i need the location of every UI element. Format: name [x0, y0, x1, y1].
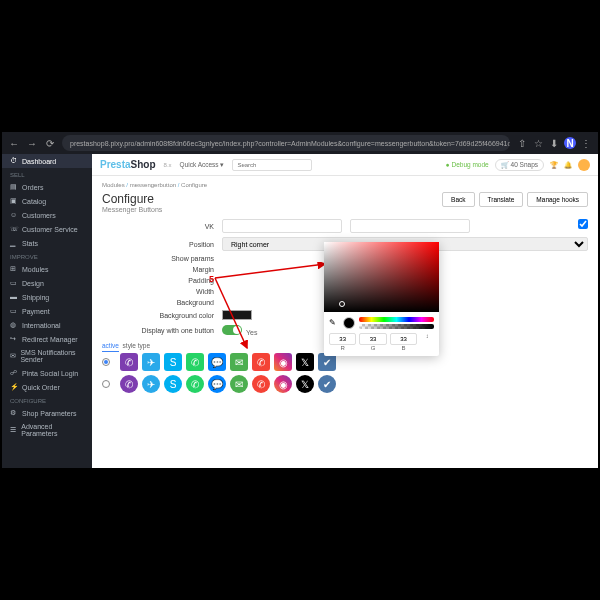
reload-icon[interactable]: ⟳	[44, 137, 56, 149]
sidebar-item-social[interactable]: ☍Pinta Social Login	[2, 366, 92, 380]
url-input[interactable]: prestashop8.pixy.pro/admin608f8fdn66ec3g…	[62, 135, 510, 151]
label-padding: Padding	[102, 277, 222, 284]
label-show-params: Show params	[102, 255, 222, 262]
back-icon[interactable]: ←	[8, 137, 20, 149]
bell-icon[interactable]: 🔔	[564, 161, 572, 169]
page-title: Configure	[102, 192, 162, 206]
vk-input-1[interactable]	[222, 219, 342, 233]
sidebar-item-dashboard[interactable]: ⏱Dashboard	[2, 154, 92, 168]
user-icon: ☺	[10, 211, 18, 219]
instagram-icon: ◉	[274, 353, 292, 371]
chart-icon: ▁	[10, 239, 18, 247]
avatar[interactable]	[578, 159, 590, 171]
back-button[interactable]: Back	[442, 192, 474, 207]
sidebar-item-stats[interactable]: ▁Stats	[2, 236, 92, 250]
sidebar-item-customer-service[interactable]: ☏Customer Service	[2, 222, 92, 236]
display-one-toggle[interactable]	[222, 325, 242, 335]
quick-access-dropdown[interactable]: Quick Access ▾	[180, 161, 225, 169]
app-topbar: PrestaShop 8.x Quick Access ▾ ● Debug mo…	[92, 154, 598, 176]
b-input[interactable]	[390, 333, 417, 345]
color-picker-saturation[interactable]	[324, 242, 439, 312]
label-background: Background	[102, 299, 222, 306]
sidebar-item-advanced[interactable]: ☰Advanced Parameters	[2, 420, 92, 440]
social-icon: ☍	[10, 369, 18, 377]
speedometer-icon: ⏱	[10, 157, 18, 165]
sms-icon: ✉	[10, 352, 16, 360]
toggle-yes-label: Yes	[246, 329, 257, 336]
label-width: Width	[102, 288, 222, 295]
globe-icon: ◍	[10, 321, 18, 329]
screen-icon: ▭	[10, 279, 18, 287]
browser-url-bar: ← → ⟳ prestashop8.pixy.pro/admin608f8fdn…	[2, 132, 598, 154]
r-label: R	[329, 345, 356, 351]
profile-badge[interactable]: N	[564, 137, 576, 149]
sidebar-item-customers[interactable]: ☺Customers	[2, 208, 92, 222]
version-label: 8.x	[164, 162, 172, 168]
sidebar-item-international[interactable]: ◍International	[2, 318, 92, 332]
g-label: G	[359, 345, 386, 351]
manage-hooks-button[interactable]: Manage hooks	[527, 192, 588, 207]
sv-cursor-icon[interactable]	[339, 301, 345, 307]
b-label: B	[390, 345, 417, 351]
eyedropper-icon[interactable]: ✎	[329, 318, 339, 328]
sidebar-item-modules[interactable]: ⊞Modules	[2, 262, 92, 276]
g-input[interactable]	[359, 333, 386, 345]
forward-icon[interactable]: →	[26, 137, 38, 149]
menu-icon[interactable]: ⋮	[580, 137, 592, 149]
tab-active[interactable]: active	[102, 342, 119, 352]
label-margin: Margin	[102, 266, 222, 273]
messenger-icon: 💬	[208, 375, 226, 393]
style-radio-2[interactable]	[102, 380, 110, 388]
whatsapp-icon: ✆	[186, 353, 204, 371]
color-picker-popover[interactable]: ✎ R G B ↕	[324, 242, 439, 356]
sidebar-item-shipping[interactable]: ▬Shipping	[2, 290, 92, 304]
tab-style-type[interactable]: style type	[123, 342, 150, 349]
search-input[interactable]	[232, 159, 312, 171]
background-color-swatch[interactable]	[222, 310, 252, 320]
annotation-number-5: 5	[209, 274, 214, 284]
sidebar-item-shop-parameters[interactable]: ⚙Shop Parameters	[2, 406, 92, 420]
share-icon[interactable]: ⇧	[516, 137, 528, 149]
sidebar-group-sell: SELL	[2, 168, 92, 180]
cart-icon: ▤	[10, 183, 18, 191]
sidebar-item-orders[interactable]: ▤Orders	[2, 180, 92, 194]
sidebar-item-sms[interactable]: ✉SMS Notifications Sender	[2, 346, 92, 366]
vk-input-2[interactable]	[350, 219, 470, 233]
snaps-button[interactable]: 🛒 40 Snaps	[495, 159, 544, 171]
alpha-slider[interactable]	[359, 324, 434, 329]
sidebar-item-catalog[interactable]: ▣Catalog	[2, 194, 92, 208]
gear-icon: ⚙	[10, 409, 18, 417]
telegram-icon: ✈	[142, 353, 160, 371]
label-position: Position	[102, 241, 222, 248]
debug-mode-badge[interactable]: ● Debug mode	[446, 161, 489, 168]
sidebar-item-design[interactable]: ▭Design	[2, 276, 92, 290]
hue-slider[interactable]	[359, 317, 434, 322]
star-icon[interactable]: ☆	[532, 137, 544, 149]
admin-sidebar: ⏱Dashboard SELL ▤Orders ▣Catalog ☺Custom…	[2, 154, 92, 468]
redirect-icon: ↪	[10, 335, 18, 343]
translate-button[interactable]: Translate	[479, 192, 524, 207]
sidebar-item-quick-order[interactable]: ⚡Quick Order	[2, 380, 92, 394]
vk-checkbox[interactable]	[578, 219, 588, 229]
sidebar-item-redirect[interactable]: ↪Redirect Manager	[2, 332, 92, 346]
bolt-icon: ⚡	[10, 383, 18, 391]
trophy-icon[interactable]: 🏆	[550, 161, 558, 169]
color-preview	[343, 317, 355, 329]
instagram-icon: ◉	[274, 375, 292, 393]
sliders-icon: ☰	[10, 426, 17, 434]
download-icon[interactable]: ⬇	[548, 137, 560, 149]
sidebar-item-payment[interactable]: ▭Payment	[2, 304, 92, 318]
prestashop-logo: PrestaShop	[100, 159, 156, 170]
x-icon: 𝕏	[296, 353, 314, 371]
color-mode-toggle[interactable]: ↕	[420, 333, 434, 345]
mail-icon: ✉	[230, 353, 248, 371]
puzzle-icon: ⊞	[10, 265, 18, 273]
mail-icon: ✉	[230, 375, 248, 393]
page-subtitle: Messenger Buttons	[102, 206, 162, 213]
phone-icon: ✆	[252, 375, 270, 393]
x-icon: 𝕏	[296, 375, 314, 393]
r-input[interactable]	[329, 333, 356, 345]
style-radio-1[interactable]	[102, 358, 110, 366]
truck-icon: ▬	[10, 293, 18, 301]
telegram-icon: ✈	[142, 375, 160, 393]
